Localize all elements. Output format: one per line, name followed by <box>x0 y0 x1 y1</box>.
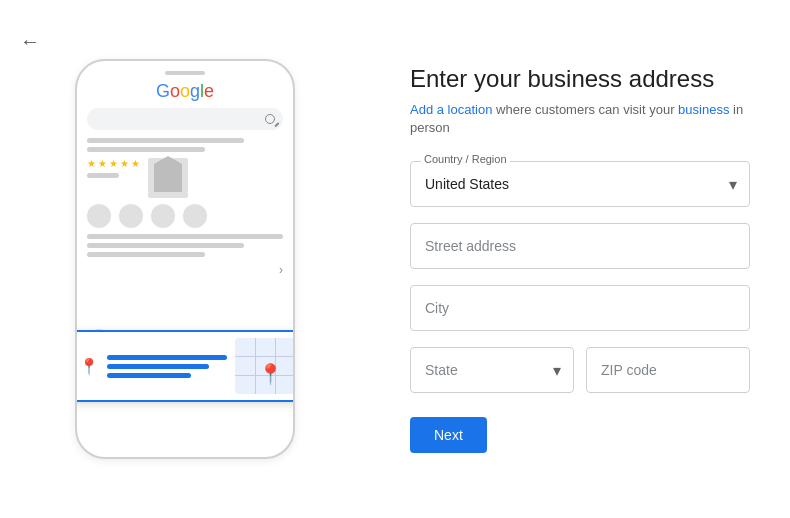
add-location-link[interactable]: Add a location <box>410 102 492 117</box>
zip-wrapper <box>586 347 750 393</box>
street-group <box>410 223 750 269</box>
location-text-lines <box>107 355 227 378</box>
stars-mock: ★ ★ ★ ★ ★ <box>87 158 140 169</box>
content-lines-2 <box>87 234 283 257</box>
search-bar-mock <box>87 108 283 130</box>
chevron-right-icon: › <box>87 263 283 277</box>
city-input[interactable] <box>411 286 749 330</box>
business-card-mock: ★ ★ ★ ★ ★ <box>87 158 283 198</box>
content-lines-1 <box>87 138 283 152</box>
back-button[interactable]: ← <box>20 30 40 53</box>
state-select[interactable]: State <box>411 348 573 392</box>
phone-illustration: Google ★ ★ ★ <box>75 59 295 459</box>
form-title: Enter your business address <box>410 65 750 93</box>
country-label: Country / Region <box>421 153 510 165</box>
left-panel: ← Google <box>0 0 370 518</box>
right-panel: Enter your business address Add a locati… <box>370 35 790 483</box>
google-logo: Google <box>87 81 283 102</box>
country-group: Country / Region United States ▾ <box>410 161 750 207</box>
street-input[interactable] <box>411 224 749 268</box>
country-select[interactable]: United States <box>411 162 749 206</box>
phone-screen-content: Google ★ ★ ★ <box>77 81 293 277</box>
next-button[interactable]: Next <box>410 417 487 453</box>
page-container: ← Google <box>0 0 790 518</box>
location-card: 📍 📍 <box>75 330 295 402</box>
phone-speaker <box>165 71 205 75</box>
zip-input[interactable] <box>587 348 749 392</box>
action-icon-4 <box>183 204 207 228</box>
business-link[interactable]: business <box>678 102 729 117</box>
country-select-wrapper: Country / Region United States ▾ <box>410 161 750 207</box>
search-icon <box>265 114 275 124</box>
state-wrapper: State ▾ <box>410 347 574 393</box>
building-icon <box>148 158 188 198</box>
city-input-wrapper <box>410 285 750 331</box>
city-group <box>410 285 750 331</box>
map-thumbnail: 📍 <box>235 338 295 394</box>
street-input-wrapper <box>410 223 750 269</box>
form-subtitle: Add a location where customers can visit… <box>410 101 750 137</box>
action-icon-2 <box>119 204 143 228</box>
action-icon-3 <box>151 204 175 228</box>
location-pin-icon: 📍 <box>79 357 99 376</box>
action-icons-row <box>87 204 283 228</box>
state-zip-group: State ▾ <box>410 347 750 393</box>
map-pin-icon: 📍 <box>258 362 283 386</box>
action-icon-1 <box>87 204 111 228</box>
